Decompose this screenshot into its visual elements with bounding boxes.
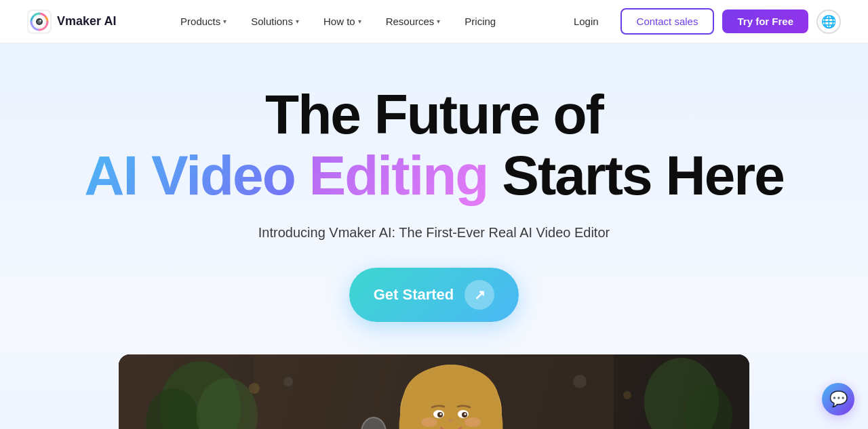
hero-section: The Future of AI Video Editing Starts He… <box>0 43 868 429</box>
video-scene <box>119 354 749 429</box>
solutions-chevron-icon: ▾ <box>296 18 299 25</box>
vmaker-logo-icon <box>27 9 52 34</box>
nav-pricing[interactable]: Pricing <box>454 10 507 33</box>
language-selector[interactable]: 🌐 <box>816 9 841 34</box>
svg-point-24 <box>440 413 442 415</box>
svg-point-31 <box>283 377 293 386</box>
nav-resources[interactable]: Resources ▾ <box>375 10 452 33</box>
cta-wrapper: Get Started ↗ <box>349 268 519 322</box>
logo-text: Vmaker AI <box>57 14 116 28</box>
svg-point-25 <box>465 413 467 415</box>
resources-chevron-icon: ▾ <box>437 18 440 25</box>
hero-editing-text: Editing <box>309 144 502 206</box>
contact-sales-button[interactable]: Contact sales <box>620 8 715 35</box>
nav-howto[interactable]: How to ▾ <box>313 10 372 33</box>
get-started-button[interactable]: Get Started ↗ <box>349 268 519 322</box>
svg-point-29 <box>623 391 631 399</box>
svg-point-6 <box>39 20 41 21</box>
video-preview <box>119 354 749 429</box>
chat-support-button[interactable]: 💬 <box>822 383 854 415</box>
chat-icon: 💬 <box>829 390 848 408</box>
navbar-right: Login Contact sales Try for Free 🌐 <box>560 8 841 35</box>
svg-point-28 <box>249 383 260 394</box>
navbar: Vmaker AI Products ▾ Solutions ▾ How to … <box>0 0 868 43</box>
hero-ai-text: AI Video <box>84 144 309 206</box>
svg-point-26 <box>421 417 437 427</box>
arrow-circle-icon: ↗ <box>465 280 494 310</box>
logo-area: Vmaker AI <box>27 9 116 34</box>
howto-chevron-icon: ▾ <box>358 18 361 25</box>
nav-products[interactable]: Products ▾ <box>170 10 237 33</box>
globe-icon: 🌐 <box>821 14 836 29</box>
hero-starts-text: Starts Here <box>502 144 784 206</box>
try-for-free-button[interactable]: Try for Free <box>722 9 808 33</box>
svg-point-30 <box>573 375 587 388</box>
nav-solutions[interactable]: Solutions ▾ <box>240 10 310 33</box>
hero-title-line2: AI Video Editing Starts Here <box>84 145 784 206</box>
hero-subtitle: Introducing Vmaker AI: The First-Ever Re… <box>258 225 610 241</box>
main-nav: Products ▾ Solutions ▾ How to ▾ Resource… <box>170 10 507 33</box>
products-chevron-icon: ▾ <box>223 18 226 25</box>
login-button[interactable]: Login <box>560 10 612 33</box>
hero-title-line1: The Future of <box>265 84 603 145</box>
video-inner <box>119 354 749 429</box>
svg-point-27 <box>465 417 481 427</box>
